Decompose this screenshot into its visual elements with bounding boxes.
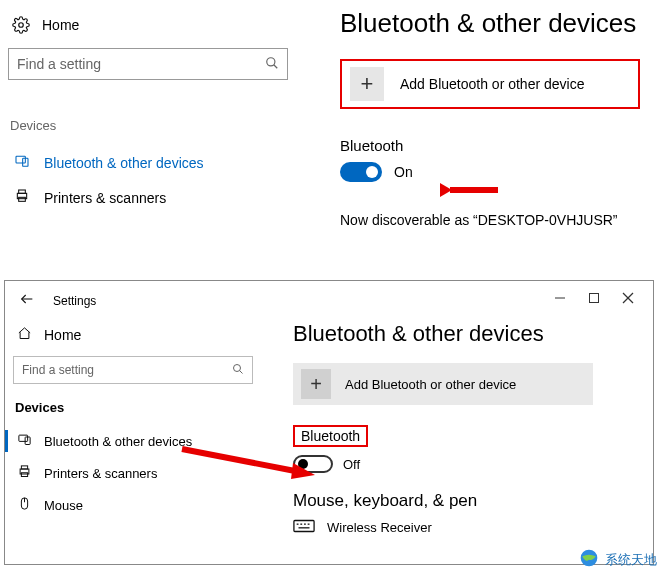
add-device-button[interactable]: + Add Bluetooth or other device xyxy=(340,59,640,109)
home-nav[interactable]: Home xyxy=(13,320,279,356)
printer-icon xyxy=(14,188,30,207)
plus-icon: + xyxy=(350,67,384,101)
plus-icon: + xyxy=(301,369,331,399)
search-icon xyxy=(232,363,244,378)
annotation-arrow-icon xyxy=(440,180,500,203)
page-title: Bluetooth & other devices xyxy=(293,321,643,347)
device-item[interactable]: Wireless Receiver xyxy=(293,519,643,536)
svg-line-2 xyxy=(274,64,278,68)
add-device-label: Add Bluetooth or other device xyxy=(345,377,516,392)
discoverable-text: Now discoverable as “DESKTOP-0VHJUSR” xyxy=(340,212,659,228)
globe-icon xyxy=(579,548,599,571)
svg-point-1 xyxy=(267,57,275,65)
sidebar-item-mouse[interactable]: Mouse xyxy=(13,489,279,521)
page-title: Bluetooth & other devices xyxy=(340,8,659,39)
svg-rect-9 xyxy=(450,187,498,193)
toggle-state-label: On xyxy=(394,164,413,180)
sidebar-item-bluetooth[interactable]: Bluetooth & other devices xyxy=(8,145,330,180)
add-device-label: Add Bluetooth or other device xyxy=(400,76,584,92)
svg-rect-3 xyxy=(16,156,25,163)
watermark-text: 系统天地 xyxy=(605,551,657,569)
mouse-icon xyxy=(17,496,32,514)
add-device-button[interactable]: + Add Bluetooth or other device xyxy=(293,363,593,405)
home-label: Home xyxy=(42,17,79,33)
bottom-content: Bluetooth & other devices + Add Bluetoot… xyxy=(287,281,653,564)
bottom-settings-window: Settings Home Find a setting Devices Blu… xyxy=(4,280,654,565)
device-category-heading: Mouse, keyboard, & pen xyxy=(293,491,643,511)
svg-rect-17 xyxy=(19,435,28,441)
svg-rect-7 xyxy=(19,197,26,201)
svg-marker-31 xyxy=(291,463,315,479)
home-nav[interactable]: Home xyxy=(8,8,330,48)
printer-icon xyxy=(17,464,32,482)
window-title: Settings xyxy=(53,294,96,308)
toggle-state-label: Off xyxy=(343,457,360,472)
nav-label: Printers & scanners xyxy=(44,466,157,481)
home-icon xyxy=(17,326,32,344)
search-icon xyxy=(265,56,279,73)
nav-label: Mouse xyxy=(44,498,83,513)
nav-label: Printers & scanners xyxy=(44,190,166,206)
search-input[interactable]: Find a setting xyxy=(8,48,288,80)
nav-label: Bluetooth & other devices xyxy=(44,155,204,171)
gear-icon xyxy=(12,16,30,34)
search-placeholder: Find a setting xyxy=(22,363,94,377)
keyboard-icon xyxy=(293,519,315,536)
bluetooth-devices-icon xyxy=(14,153,30,172)
devices-section-label: Devices xyxy=(10,118,330,133)
svg-rect-20 xyxy=(21,466,27,469)
top-sidebar: Home Find a setting Devices Bluetooth & … xyxy=(8,8,330,228)
back-button[interactable] xyxy=(19,291,35,310)
svg-rect-6 xyxy=(19,190,26,193)
watermark: 系统天地 xyxy=(579,548,657,571)
devices-section-label: Devices xyxy=(15,400,279,415)
home-label: Home xyxy=(44,327,81,343)
svg-rect-24 xyxy=(294,521,314,532)
bottom-sidebar: Settings Home Find a setting Devices Blu… xyxy=(5,281,287,564)
bluetooth-devices-icon xyxy=(17,432,32,450)
bluetooth-heading: Bluetooth xyxy=(340,137,659,154)
top-settings-fragment: Home Find a setting Devices Bluetooth & … xyxy=(0,0,659,228)
svg-rect-21 xyxy=(21,473,27,477)
svg-line-16 xyxy=(240,370,243,373)
svg-point-0 xyxy=(19,23,24,28)
nav-label: Bluetooth & other devices xyxy=(44,434,192,449)
annotation-arrow-icon xyxy=(177,441,317,484)
search-placeholder: Find a setting xyxy=(17,56,101,72)
device-label: Wireless Receiver xyxy=(327,520,432,535)
svg-point-15 xyxy=(234,364,241,371)
bluetooth-toggle[interactable] xyxy=(340,162,382,182)
svg-line-30 xyxy=(182,449,295,471)
search-input[interactable]: Find a setting xyxy=(13,356,253,384)
sidebar-item-printers[interactable]: Printers & scanners xyxy=(8,180,330,215)
